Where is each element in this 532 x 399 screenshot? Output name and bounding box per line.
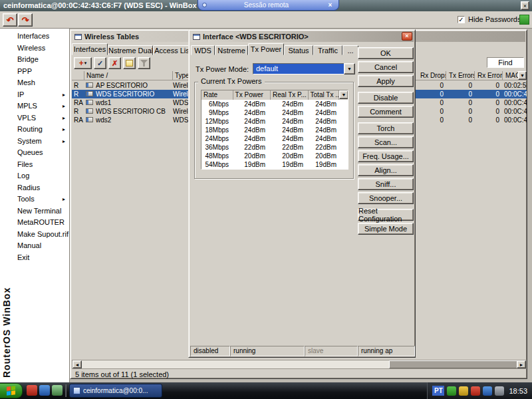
disable-button[interactable]: ✗ xyxy=(108,57,121,69)
scroll-left-button[interactable]: ◄ xyxy=(72,360,82,368)
tab-status[interactable]: Status xyxy=(284,45,313,55)
tab-nstreme[interactable]: Nstreme xyxy=(215,45,248,55)
tx-table-row[interactable]: 12Mbps24dBm24dBm24dBm xyxy=(201,117,348,126)
simple-mode-button[interactable]: Simple Mode xyxy=(358,223,414,235)
tx-power-mode-label: Tx Power Mode: xyxy=(196,65,249,73)
remote-close-button[interactable]: × xyxy=(326,1,334,9)
tx-power-mode-select[interactable]: default xyxy=(253,63,344,74)
undo-button[interactable]: ↶ xyxy=(3,13,17,27)
freq-usage-button[interactable]: Freq. Usage... xyxy=(358,150,414,162)
quick-launch-icon[interactable] xyxy=(27,385,37,396)
dialog-close-button[interactable]: × xyxy=(402,32,412,41)
tab-tx-power[interactable]: Tx Power xyxy=(248,43,284,55)
ok-button[interactable]: OK xyxy=(358,47,414,59)
sidebar-item-routing[interactable]: Routing▸ xyxy=(0,124,69,136)
cell-real-tx: 20dBm xyxy=(271,152,309,160)
tx-table-row[interactable]: 36Mbps22dBm22dBm22dBm xyxy=(201,143,348,152)
sidebar-item-tools[interactable]: Tools▸ xyxy=(0,194,69,205)
sidebar-item-system[interactable]: System▸ xyxy=(0,136,69,148)
tx-table-row[interactable]: 18Mbps24dBm24dBm24dBm xyxy=(201,126,348,134)
column-header-tx-errors[interactable]: Tx Errors xyxy=(447,71,475,80)
wireless-tables-title: Wireless Tables xyxy=(84,33,139,41)
wireless-toolbar: +▾ ✓ ✗ xyxy=(74,57,150,69)
cell-total-tx: 22dBm xyxy=(309,143,340,152)
column-header-rx-drops[interactable]: Rx Drops xyxy=(418,71,446,80)
tab-nstreme-dual[interactable]: Nstreme Dual xyxy=(108,45,153,55)
comment-button[interactable] xyxy=(123,57,136,69)
tx-table-row[interactable]: 24Mbps24dBm24dBm24dBm xyxy=(201,134,348,143)
apply-button[interactable]: Apply xyxy=(358,75,414,87)
scan-button[interactable]: Scan... xyxy=(358,136,414,148)
quick-launch-icon[interactable] xyxy=(52,385,63,396)
align-button[interactable]: Align... xyxy=(358,164,414,176)
enable-button[interactable]: ✓ xyxy=(94,57,106,69)
start-button[interactable] xyxy=(0,383,23,398)
scrollbar-thumb[interactable] xyxy=(389,360,518,368)
sidebar-item-metarouter[interactable]: MetaROUTER xyxy=(0,217,69,229)
interface-dialog-titlebar[interactable]: Interface <WDS ESCRITORIO> xyxy=(190,31,414,42)
column-header-flags[interactable] xyxy=(72,71,84,80)
snooper-button[interactable]: Snooper... xyxy=(358,192,414,204)
filter-button[interactable] xyxy=(138,57,150,69)
column-header-rx-errors[interactable]: Rx Errors xyxy=(475,71,503,80)
sidebar-item-log[interactable]: Log xyxy=(0,170,69,182)
scroll-right-button[interactable]: ► xyxy=(517,360,526,368)
sidebar-item-mesh[interactable]: Mesh xyxy=(0,77,69,89)
dropdown-icon: ▼ xyxy=(347,66,352,71)
sidebar-item-wireless[interactable]: Wireless xyxy=(0,43,69,55)
column-select-button[interactable]: ▼ xyxy=(339,90,348,99)
sniff-button[interactable]: Sniff... xyxy=(358,178,414,190)
pin-icon[interactable] xyxy=(202,3,207,7)
tab-overflow[interactable]: ... xyxy=(342,45,358,55)
tray-icon-green[interactable] xyxy=(447,386,456,396)
combo-dropdown-button[interactable]: ▼ xyxy=(344,63,355,74)
column-header-name[interactable]: Name / xyxy=(84,71,173,80)
sidebar-item-queues[interactable]: Queues xyxy=(0,147,69,159)
sidebar-item-mpls[interactable]: MPLS▸ xyxy=(0,100,69,112)
column-header-total-tx[interactable]: Total Tx ... xyxy=(309,90,340,100)
comment-button[interactable]: Comment xyxy=(358,106,414,118)
tray-icon-red[interactable] xyxy=(471,386,480,396)
sidebar-item-bridge[interactable]: Bridge xyxy=(0,54,69,66)
column-select-button[interactable]: ▼ xyxy=(518,71,527,80)
taskbar-window-button[interactable]: ceinformatica@00:0... xyxy=(69,384,162,398)
add-button[interactable]: +▾ xyxy=(74,57,92,69)
torch-button[interactable]: Torch xyxy=(358,122,414,134)
sidebar-item-radius[interactable]: Radius xyxy=(0,182,69,194)
sidebar-item-interfaces[interactable]: Interfaces xyxy=(0,31,69,43)
sidebar-item-new-terminal[interactable]: New Terminal xyxy=(0,205,69,217)
tab-interfaces[interactable]: Interfaces xyxy=(72,43,108,55)
horizontal-scrollbar[interactable]: ◄ ► xyxy=(72,360,527,369)
tx-table-row[interactable]: 6Mbps24dBm24dBm24dBm xyxy=(201,100,348,108)
tx-table-row[interactable]: 48Mbps20dBm20dBm20dBm xyxy=(201,152,348,160)
column-header-rate[interactable]: Rate xyxy=(201,90,233,100)
tab-wds[interactable]: WDS xyxy=(191,45,215,55)
sidebar-item-exit[interactable]: Exit xyxy=(0,252,69,264)
tab-traffic[interactable]: Traffic xyxy=(313,45,342,55)
sidebar-item-make-supout[interactable]: Make Supout.rif xyxy=(0,229,69,241)
status-slave: slave xyxy=(305,346,358,356)
quick-launch-icon[interactable] xyxy=(39,385,50,396)
tab-access-list[interactable]: Access List xyxy=(153,45,193,55)
language-indicator[interactable]: PT xyxy=(432,386,444,396)
app-close-button[interactable]: × xyxy=(521,1,529,10)
sidebar-item-ip[interactable]: IP▸ xyxy=(0,89,69,101)
sidebar-item-manual[interactable]: Manual xyxy=(0,240,69,252)
sidebar-item-vpls[interactable]: VPLS▸ xyxy=(0,112,69,124)
cancel-button[interactable]: Cancel xyxy=(358,61,414,73)
redo-button[interactable]: ↷ xyxy=(18,13,33,27)
disable-button[interactable]: Disable xyxy=(358,92,414,104)
tray-icon-gray[interactable] xyxy=(495,386,504,396)
tx-table-row[interactable]: 54Mbps19dBm19dBm19dBm xyxy=(201,160,348,169)
sidebar-item-ppp[interactable]: PPP xyxy=(0,66,69,78)
column-header-tx-power[interactable]: Tx Power xyxy=(233,90,271,100)
tx-table-row[interactable]: 9Mbps24dBm24dBm24dBm xyxy=(201,108,348,117)
hide-passwords-checkbox[interactable]: ✓ xyxy=(458,16,465,23)
column-header-real-tx[interactable]: Real Tx P... xyxy=(271,90,308,100)
find-button[interactable]: Find xyxy=(487,57,524,68)
tray-icon-yellow[interactable] xyxy=(459,386,468,396)
sidebar-item-files[interactable]: Files xyxy=(0,159,69,171)
tray-icon-blue[interactable] xyxy=(483,386,492,396)
reset-configuration-button[interactable]: Reset Configuration xyxy=(358,209,414,221)
column-header-mac[interactable]: MAC A... xyxy=(503,71,518,80)
